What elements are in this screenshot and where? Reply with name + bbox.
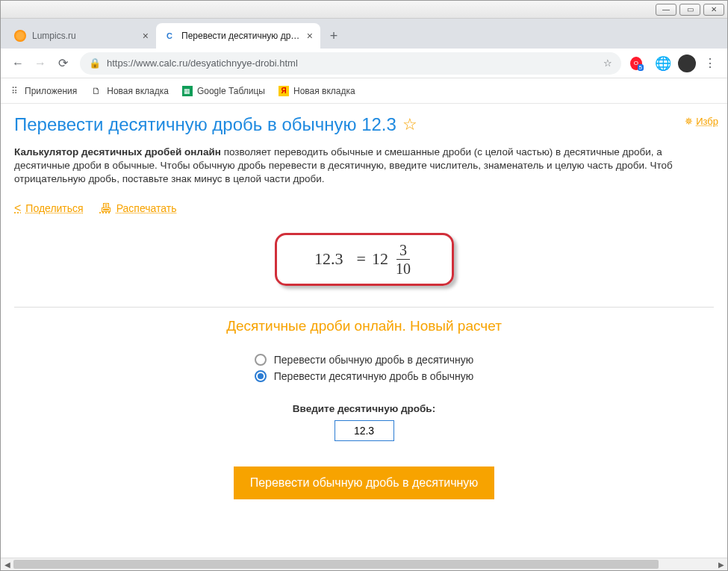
result-box: 12.3 = 12 3 10 [275,233,454,286]
new-tab-button[interactable]: + [323,25,344,46]
convert-button[interactable]: Перевести обычную дробь в десятичную [234,467,495,499]
bookmark-item[interactable]: ▦Google Таблицы [182,86,265,96]
decimal-input[interactable] [335,420,394,441]
equation: 12.3 = 12 3 10 [314,243,414,276]
section-title: Десятичные дроби онлайн. Новый расчет [14,318,714,334]
star-burst-icon: ✵ [685,116,693,127]
opera-ext-icon[interactable]: O5 [630,54,648,72]
radio-group: Перевести обычную дробь в десятичную Пер… [255,349,473,387]
menu-icon[interactable]: ⋮ [699,52,721,75]
back-button[interactable]: ← [7,52,29,75]
sheets-icon: ▦ [182,86,193,96]
radio-icon-selected [255,370,267,382]
tab-label: Lumpics.ru [32,31,137,41]
yandex-icon: Я [279,86,289,96]
scroll-right-icon[interactable]: ▶ [715,558,727,571]
page-content: ✵ Избр Перевести десятичную дробь в обыч… [1,104,727,570]
fraction: 3 10 [393,243,414,276]
bookmark-label: Приложения [25,86,77,96]
forward-button[interactable]: → [29,52,52,75]
tab-label: Перевести десятичную дробь в [181,31,301,41]
lock-icon: 🔒 [89,57,101,69]
browser-tabstrip: Lumpics.ru × C Перевести десятичную дроб… [1,19,727,49]
description: Калькулятор десятичных дробей онлайн поз… [14,146,714,187]
action-links: <Поделиться 🖶Распечатать [14,202,714,215]
equals-sign: = [357,249,366,269]
minimize-button[interactable]: — [656,4,676,16]
print-label: Распечатать [116,202,177,214]
favorites-link[interactable]: ✵ Избр [685,116,718,127]
title-text: Перевести десятичную дробь в обычную 12.… [14,114,396,135]
scroll-track[interactable] [13,558,715,570]
radio-label: Перевести десятичную дробь в обычную [274,370,473,382]
apps-grid-icon: ⠿ [8,85,20,97]
decimal-value: 12.3 [314,249,343,269]
bookmarks-bar: ⠿Приложения 🗋Новая вкладка ▦Google Табли… [1,78,727,104]
orange-slice-icon [14,30,26,42]
radio-option-1[interactable]: Перевести обычную дробь в десятичную [255,354,473,366]
divider [14,307,714,308]
close-tab-icon[interactable]: × [307,30,313,42]
browser-tab-1[interactable]: C Перевести десятичную дробь в × [156,23,320,49]
bookmark-label: Новая вкладка [107,86,169,96]
favorites-label: Избр [696,116,718,127]
page-icon: 🗋 [90,85,102,97]
share-link[interactable]: <Поделиться [14,202,84,215]
scroll-thumb[interactable] [13,560,659,569]
print-icon: 🖶 [100,202,112,215]
radio-icon [255,354,267,366]
bookmark-label: Google Таблицы [197,86,265,96]
bookmark-star-icon[interactable]: ☆ [603,57,612,69]
window-titlebar: — ▭ ✕ [1,1,727,19]
bookmark-item[interactable]: 🗋Новая вкладка [90,85,169,97]
reload-button[interactable]: ⟳ [52,52,74,75]
scroll-left-icon[interactable]: ◀ [1,558,13,571]
star-outline-icon[interactable]: ☆ [402,115,417,134]
calc-section: Десятичные дроби онлайн. Новый расчет Пе… [14,318,714,499]
globe-ext-icon[interactable]: 🌐 [654,54,672,72]
horizontal-scrollbar[interactable]: ◀ ▶ [1,558,727,570]
close-tab-icon[interactable]: × [143,30,149,42]
page-title: Перевести десятичную дробь в обычную 12.… [14,114,714,135]
numerator: 3 [396,243,410,260]
input-label: Введите десятичную дробь: [14,403,714,414]
address-bar[interactable]: 🔒 https://www.calc.ru/desyatichnyye-drob… [80,52,621,75]
share-icon: < [14,202,21,215]
print-link[interactable]: 🖶Распечатать [100,202,177,215]
profile-avatar[interactable] [678,54,696,72]
denominator: 10 [393,260,414,276]
share-label: Поделиться [25,202,83,214]
calc-icon: C [164,30,175,42]
maximize-button[interactable]: ▭ [679,4,700,16]
browser-tab-0[interactable]: Lumpics.ru × [7,23,156,49]
url-text: https://www.calc.ru/desyatichnyye-drobi.… [107,57,298,69]
close-window-button[interactable]: ✕ [703,4,724,16]
bookmark-item[interactable]: ЯНовая вкладка [279,86,355,96]
apps-shortcut[interactable]: ⠿Приложения [8,85,77,97]
whole-part: 12 [372,249,388,269]
bookmark-label: Новая вкладка [293,86,355,96]
radio-label: Перевести обычную дробь в десятичную [274,354,473,366]
toolbar: ← → ⟳ 🔒 https://www.calc.ru/desyatichnyy… [1,49,727,78]
radio-option-2[interactable]: Перевести десятичную дробь в обычную [255,370,473,382]
